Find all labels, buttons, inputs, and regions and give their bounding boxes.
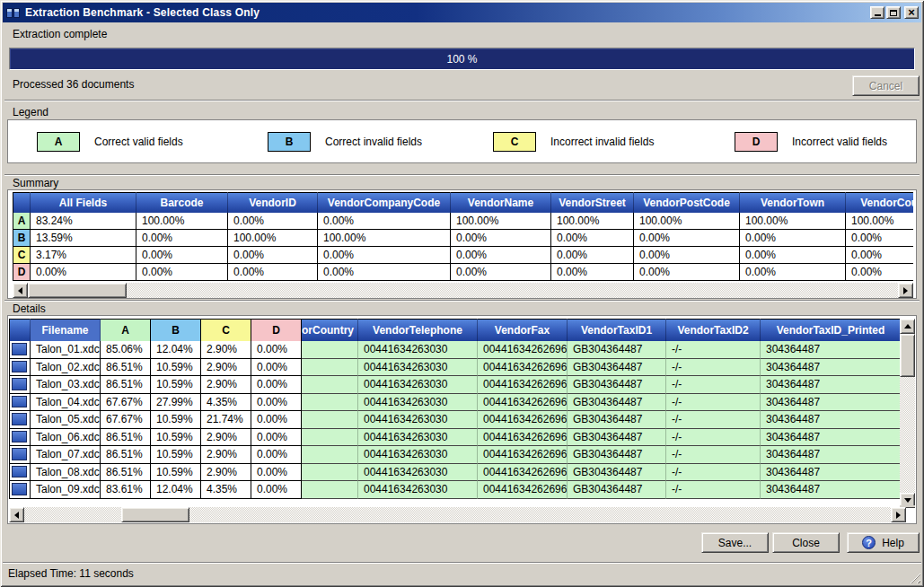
arrow-up-icon	[904, 324, 911, 329]
summary-cell: 100.00%	[846, 213, 913, 230]
details-column-header: B	[151, 319, 201, 341]
details-row[interactable]: Talon_09.xdc83.61%12.04%4.35%0.00%004416…	[9, 481, 901, 499]
title-bar[interactable]: Extraction Benchmark - Selected Class On…	[3, 3, 921, 22]
details-row[interactable]: Talon_08.xdc86.51%10.59%2.90%0.00%004416…	[9, 464, 901, 482]
summary-hscroll-thumb[interactable]	[28, 283, 127, 298]
details-cell: 00441634263030	[358, 481, 478, 499]
details-filename-cell: Talon_02.xdc	[31, 359, 101, 377]
details-row-selector[interactable]	[9, 359, 31, 377]
details-row[interactable]: Talon_03.xdc86.51%10.59%2.90%0.00%004416…	[9, 376, 901, 394]
summary-cell: 0.00%	[846, 247, 913, 264]
details-cell: GB304364487	[568, 464, 666, 482]
summary-scroll-right-button[interactable]	[898, 283, 913, 298]
details-cell: GB304364487	[568, 341, 666, 359]
details-row[interactable]: Talon_05.xdc67.67%10.59%21.74%0.00%00441…	[9, 411, 901, 429]
details-cell: -/-	[666, 464, 761, 482]
help-button[interactable]: ? Help	[847, 532, 920, 553]
summary-row-A[interactable]: A83.24%100.00%0.00%0.00%100.00%100.00%10…	[13, 213, 913, 230]
details-cell: -/-	[666, 376, 761, 394]
summary-scroll-left-button[interactable]	[13, 283, 28, 298]
details-cell: 00441634262696	[478, 411, 568, 429]
details-cell: 67.67%	[101, 411, 151, 429]
details-row-selector[interactable]	[9, 446, 31, 464]
details-cell: 304364487	[761, 429, 901, 447]
minimize-button[interactable]	[870, 6, 884, 19]
details-cell: 304364487	[761, 394, 901, 412]
details-cell: 2.90%	[201, 446, 251, 464]
summary-row-B[interactable]: B13.59%0.00%100.00%100.00%0.00%0.00%0.00…	[13, 230, 913, 247]
details-row-selector[interactable]	[9, 481, 31, 499]
details-column-header: C	[201, 319, 251, 341]
row-selector-icon	[12, 448, 27, 460]
details-row-selector[interactable]	[9, 394, 31, 412]
row-selector-icon	[12, 483, 27, 495]
details-cell: 86.51%	[101, 464, 151, 482]
progress-percent-label: 100 %	[10, 48, 914, 69]
details-scroll-up-button[interactable]	[900, 319, 915, 334]
summary-cell: 0.00%	[228, 213, 318, 230]
details-vscrollbar[interactable]	[900, 319, 915, 508]
summary-column-header: VendorStreet	[551, 192, 634, 213]
legend-item-C: CIncorrect invalid fields	[493, 132, 654, 152]
summary-cell: 0.00%	[551, 247, 634, 264]
details-hscroll-thumb[interactable]	[121, 507, 189, 522]
details-filename-cell: Talon_07.xdc	[31, 446, 101, 464]
details-row-selector[interactable]	[9, 464, 31, 482]
details-vscroll-thumb[interactable]	[900, 334, 915, 377]
details-cell: 00441634263030	[358, 446, 478, 464]
details-cell	[302, 341, 358, 359]
close-button[interactable]: Close	[772, 532, 840, 553]
details-filename-cell: Talon_03.xdc	[31, 376, 101, 394]
details-row[interactable]: Talon_04.xdc67.67%27.99%4.35%0.00%004416…	[9, 394, 901, 412]
details-row-selector[interactable]	[9, 429, 31, 447]
summary-column-header: VendorTown	[740, 192, 846, 213]
scrollbar-corner	[900, 505, 915, 507]
details-cell: -/-	[666, 359, 761, 377]
details-cell: 86.51%	[101, 376, 151, 394]
details-cell: 0.00%	[251, 359, 302, 377]
details-row[interactable]: Talon_02.xdc86.51%10.59%2.90%0.00%004416…	[9, 359, 901, 377]
details-column-header: VendorFax	[478, 319, 568, 341]
summary-column-header: VendorCountry	[846, 192, 913, 213]
details-cell: 00441634263030	[358, 394, 478, 412]
details-row[interactable]: Talon_07.xdc86.51%10.59%2.90%0.00%004416…	[9, 446, 901, 464]
legend-item-label: Correct valid fields	[94, 136, 183, 148]
details-cell	[302, 481, 358, 499]
details-cell: 00441634262696	[478, 429, 568, 447]
details-scroll-left-button[interactable]	[9, 507, 24, 522]
legend-section-label: Legend	[13, 106, 54, 118]
save-button[interactable]: Save...	[701, 532, 769, 553]
details-cell: GB304364487	[568, 481, 666, 499]
details-row[interactable]: Talon_06.xdc86.51%10.59%2.90%0.00%004416…	[9, 429, 901, 447]
section-divider	[4, 100, 920, 101]
details-cell: -/-	[666, 341, 761, 359]
row-selector-icon	[12, 378, 27, 390]
details-cell: 0.00%	[251, 464, 302, 482]
details-cell: 00441634262696	[478, 376, 568, 394]
status-bar: Elapsed Time: 11 seconds	[3, 562, 921, 584]
summary-cell: 100.00%	[318, 230, 451, 247]
maximize-button[interactable]	[886, 6, 901, 19]
details-cell: 00441634263030	[358, 411, 478, 429]
progress-bar: 100 %	[9, 48, 915, 70]
details-cell	[302, 411, 358, 429]
summary-row-D[interactable]: D0.00%0.00%0.00%0.00%0.00%0.00%0.00%0.00…	[13, 264, 913, 281]
summary-table: All FieldsBarcodeVendorIDVendorCompanyCo…	[13, 192, 913, 282]
summary-cell: 3.17%	[31, 247, 136, 264]
details-scroll-right-button[interactable]	[891, 507, 906, 522]
summary-cell: 0.00%	[31, 264, 136, 281]
details-cell: 304364487	[761, 464, 901, 482]
summary-hscrollbar[interactable]	[13, 283, 913, 298]
summary-row-C[interactable]: C3.17%0.00%0.00%0.00%0.00%0.00%0.00%0.00…	[13, 247, 913, 264]
summary-cell: 0.00%	[136, 247, 228, 264]
details-row[interactable]: Talon_01.xdc85.06%12.04%2.90%0.00%004416…	[9, 341, 901, 359]
details-row-selector[interactable]	[9, 411, 31, 429]
details-hscrollbar[interactable]	[9, 507, 906, 522]
cancel-button[interactable]: Cancel	[852, 75, 920, 96]
details-cell: 27.99%	[151, 394, 201, 412]
close-window-button[interactable]: ×	[904, 6, 919, 19]
details-cell: GB304364487	[568, 411, 666, 429]
details-row-selector[interactable]	[9, 341, 31, 359]
details-cell: GB304364487	[568, 429, 666, 447]
details-row-selector[interactable]	[9, 376, 31, 394]
